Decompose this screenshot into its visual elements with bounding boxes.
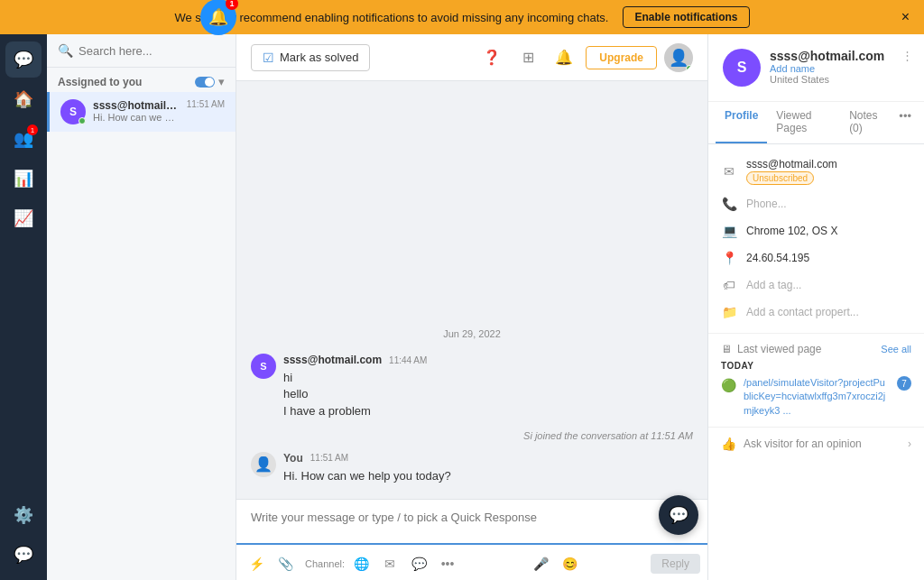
- browser-value: Chrome 102, OS X: [746, 225, 911, 237]
- channel-label: Channel:: [305, 558, 345, 569]
- enable-notifications-button[interactable]: Enable notifications: [623, 6, 749, 28]
- agent-message-content: You 11:51 AM Hi. How can we help you tod…: [283, 452, 693, 484]
- page-icon: 🖥: [721, 343, 732, 355]
- more-options-icon[interactable]: ⋮: [901, 49, 913, 62]
- main-layout: 💬 🏠 👥 1 📊 📈 ⚙️ 💬 🔍 Assigned to you ▾: [0, 34, 924, 580]
- contact-property-value[interactable]: Add a contact propert...: [746, 306, 911, 318]
- tab-viewed-pages[interactable]: Viewed Pages: [767, 102, 840, 143]
- sidebar-item-chat[interactable]: 💬: [5, 41, 42, 78]
- message-sender: ssss@hotmail.com: [283, 354, 382, 366]
- chat-messages: Jun 29, 2022 S ssss@hotmail.com 11:44 AM…: [236, 81, 707, 499]
- search-input[interactable]: [79, 44, 225, 58]
- sidebar-item-reports[interactable]: 📊: [5, 161, 42, 197]
- profile-details: ✉ ssss@hotmail.com Unsubscribed 📞 Phone.…: [708, 144, 924, 333]
- sidebar-item-settings[interactable]: ⚙️: [5, 497, 42, 533]
- today-label: TODAY: [721, 361, 911, 371]
- ip-value: 24.60.54.195: [746, 252, 911, 264]
- chat-toolbar: ☑ Mark as solved ❓ ⊞ 🔔 Upgrade 👤: [236, 34, 707, 81]
- message-text: hi hello I have a problem: [283, 370, 693, 419]
- sidebar: 💬 🏠 👥 1 📊 📈 ⚙️ 💬: [0, 34, 47, 580]
- agent-message-text: Hi. How can we help you today?: [283, 468, 693, 484]
- check-icon: ☑: [263, 51, 274, 65]
- user-avatar[interactable]: 👤: [664, 43, 693, 72]
- help-icon[interactable]: ❓: [477, 43, 506, 72]
- agent-message-avatar: 👤: [251, 452, 276, 477]
- bell-toolbar-icon[interactable]: 🔔: [550, 43, 578, 72]
- tab-notes[interactable]: Notes (0): [840, 102, 893, 143]
- section-title: Assigned to you: [58, 76, 142, 88]
- emoji-icon[interactable]: 😊: [558, 551, 583, 576]
- section-header: Assigned to you ▾: [47, 68, 236, 92]
- agent-message-header: You 11:51 AM: [283, 452, 693, 465]
- tab-profile[interactable]: Profile: [716, 102, 767, 143]
- last-viewed-title: 🖥 Last viewed page: [721, 343, 821, 355]
- sidebar-item-analytics[interactable]: 📈: [5, 200, 42, 236]
- notification-badge: 1: [226, 0, 238, 10]
- bell-icon: 🔔 1: [200, 0, 236, 35]
- email-icon: ✉: [721, 164, 737, 179]
- agent-time: 11:51 AM: [310, 453, 348, 463]
- page-url-text[interactable]: /panel/simulateVisitor?projectPublicKey=…: [744, 376, 890, 418]
- phone-icon: 📞: [721, 197, 737, 211]
- sidebar-item-home[interactable]: 🏠: [5, 81, 42, 117]
- detail-row-browser: 💻 Chrome 102, OS X: [708, 217, 924, 244]
- visitor-message-content: ssss@hotmail.com 11:44 AM hi hello I hav…: [283, 354, 693, 419]
- visitor-location: United States: [770, 74, 910, 85]
- location-icon: 📍: [721, 251, 737, 265]
- agent-sender: You: [283, 452, 303, 465]
- visitor-avatar: S: [723, 49, 761, 87]
- tag-value[interactable]: Add a tag...: [746, 279, 911, 291]
- message-header: ssss@hotmail.com 11:44 AM: [283, 354, 693, 366]
- lightning-icon[interactable]: ⚡: [244, 551, 269, 576]
- unsubscribed-badge[interactable]: Unsubscribed: [746, 171, 814, 185]
- floating-chat-button[interactable]: 💬: [659, 495, 698, 535]
- tag-icon: 🏷: [721, 278, 737, 292]
- mic-icon[interactable]: 🎤: [529, 551, 554, 576]
- notification-text: We strongly recommend enabling notificat…: [174, 11, 608, 24]
- section-toggle[interactable]: ▾: [195, 75, 225, 88]
- notification-bar: 🔔 1 We strongly recommend enabling notif…: [0, 0, 924, 34]
- see-all-link[interactable]: See all: [881, 344, 911, 354]
- profile-tabs: Profile Viewed Pages Notes (0) •••: [708, 102, 924, 144]
- sidebar-item-livechat[interactable]: 💬: [5, 537, 42, 573]
- page-url-row: 🟢 /panel/simulateVisitor?projectPublicKe…: [721, 376, 911, 418]
- online-indicator: [79, 117, 86, 124]
- chat-channel-icon[interactable]: 💬: [406, 551, 431, 576]
- spacer: [251, 96, 693, 314]
- message-group-agent: 👤 You 11:51 AM Hi. How can we help you t…: [251, 452, 693, 484]
- channel-icon[interactable]: 🌐: [348, 551, 374, 576]
- attachment-icon[interactable]: 📎: [273, 551, 298, 576]
- close-icon[interactable]: ×: [901, 9, 910, 25]
- search-icon: 🔍: [58, 43, 73, 58]
- folder-icon: 📁: [721, 305, 737, 319]
- contacts-badge: 1: [27, 124, 38, 135]
- ask-visitor-section[interactable]: 👍 Ask visitor for an opinion ›: [708, 427, 924, 460]
- message-group-visitor: S ssss@hotmail.com 11:44 AM hi hello I h…: [251, 354, 693, 419]
- upgrade-button[interactable]: Upgrade: [586, 46, 657, 69]
- conversation-item[interactable]: S ssss@hotmail.com Hi. How can we help y…: [47, 92, 236, 132]
- email-channel-icon[interactable]: ✉: [377, 551, 402, 576]
- conversation-avatar: S: [60, 99, 86, 124]
- sidebar-item-contacts[interactable]: 👥 1: [5, 121, 42, 157]
- detail-row-contact-property: 📁 Add a contact propert...: [708, 299, 924, 326]
- user-online-indicator: [686, 65, 693, 72]
- conversation-preview: Hi. How can we help you today?: [93, 112, 180, 123]
- message-input[interactable]: [236, 500, 707, 545]
- ask-visitor-text: Ask visitor for an opinion: [744, 437, 901, 450]
- more-channel-icon[interactable]: •••: [435, 551, 460, 576]
- input-toolbar: ⚡ 📎 Channel: 🌐 ✉ 💬 ••• 🎤 😊 Reply: [236, 548, 707, 580]
- conversation-name: ssss@hotmail.com: [93, 99, 180, 112]
- app-logo: 🔔 1: [200, 0, 236, 35]
- conversation-panel: 🔍 Assigned to you ▾ S ssss@hotmail.com H…: [47, 34, 236, 580]
- message-line: I have a problem: [283, 403, 693, 419]
- message-time: 11:44 AM: [389, 355, 427, 365]
- search-bar: 🔍: [47, 34, 236, 68]
- grid-icon[interactable]: ⊞: [513, 43, 542, 72]
- send-button[interactable]: Reply: [651, 554, 700, 574]
- tabs-more-icon[interactable]: •••: [893, 102, 917, 143]
- mark-solved-button[interactable]: ☑ Mark as solved: [251, 44, 370, 71]
- add-name-link[interactable]: Add name: [770, 63, 910, 74]
- date-divider: Jun 29, 2022: [251, 321, 693, 346]
- phone-value[interactable]: Phone...: [746, 198, 911, 210]
- visitor-header: S ssss@hotmail.com Add name United State…: [708, 34, 924, 102]
